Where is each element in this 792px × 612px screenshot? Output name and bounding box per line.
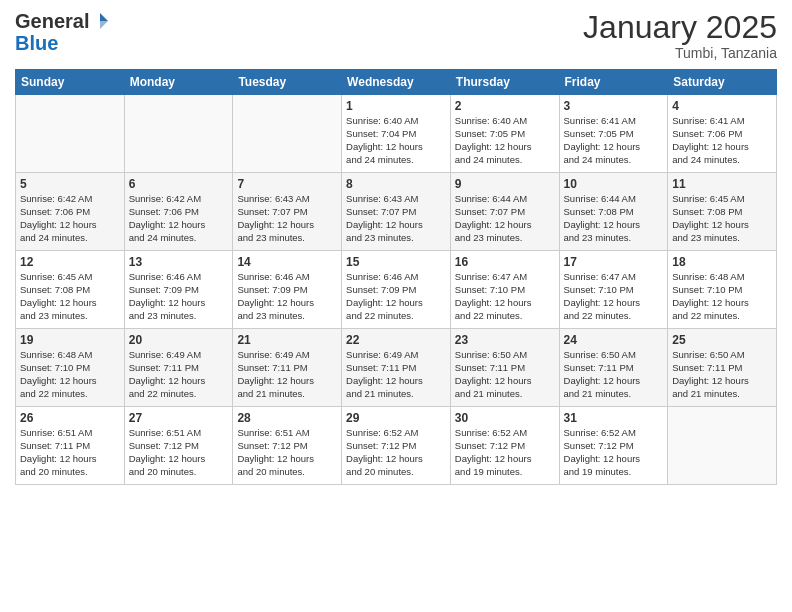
day-number: 7 <box>237 177 337 191</box>
svg-marker-0 <box>100 13 108 21</box>
day-number: 29 <box>346 411 446 425</box>
table-row: 30Sunrise: 6:52 AMSunset: 7:12 PMDayligh… <box>450 407 559 485</box>
day-number: 4 <box>672 99 772 113</box>
day-number: 22 <box>346 333 446 347</box>
table-row: 31Sunrise: 6:52 AMSunset: 7:12 PMDayligh… <box>559 407 668 485</box>
logo-blue-text: Blue <box>15 32 111 54</box>
logo-flag-icon <box>90 11 110 31</box>
day-number: 17 <box>564 255 664 269</box>
logo-general-text: General <box>15 10 89 32</box>
calendar-week-row: 5Sunrise: 6:42 AMSunset: 7:06 PMDaylight… <box>16 173 777 251</box>
day-info: Sunrise: 6:44 AMSunset: 7:08 PMDaylight:… <box>564 193 664 244</box>
table-row: 15Sunrise: 6:46 AMSunset: 7:09 PMDayligh… <box>342 251 451 329</box>
day-number: 15 <box>346 255 446 269</box>
day-info: Sunrise: 6:48 AMSunset: 7:10 PMDaylight:… <box>672 271 772 322</box>
col-saturday: Saturday <box>668 70 777 95</box>
table-row <box>233 95 342 173</box>
table-row: 25Sunrise: 6:50 AMSunset: 7:11 PMDayligh… <box>668 329 777 407</box>
calendar-week-row: 26Sunrise: 6:51 AMSunset: 7:11 PMDayligh… <box>16 407 777 485</box>
day-info: Sunrise: 6:51 AMSunset: 7:12 PMDaylight:… <box>237 427 337 478</box>
calendar-header-row: Sunday Monday Tuesday Wednesday Thursday… <box>16 70 777 95</box>
table-row: 28Sunrise: 6:51 AMSunset: 7:12 PMDayligh… <box>233 407 342 485</box>
table-row: 26Sunrise: 6:51 AMSunset: 7:11 PMDayligh… <box>16 407 125 485</box>
day-info: Sunrise: 6:49 AMSunset: 7:11 PMDaylight:… <box>237 349 337 400</box>
day-number: 23 <box>455 333 555 347</box>
table-row: 18Sunrise: 6:48 AMSunset: 7:10 PMDayligh… <box>668 251 777 329</box>
day-number: 12 <box>20 255 120 269</box>
day-info: Sunrise: 6:50 AMSunset: 7:11 PMDaylight:… <box>672 349 772 400</box>
title-block: January 2025 Tumbi, Tanzania <box>583 10 777 61</box>
day-info: Sunrise: 6:44 AMSunset: 7:07 PMDaylight:… <box>455 193 555 244</box>
day-number: 5 <box>20 177 120 191</box>
day-info: Sunrise: 6:46 AMSunset: 7:09 PMDaylight:… <box>129 271 229 322</box>
table-row: 14Sunrise: 6:46 AMSunset: 7:09 PMDayligh… <box>233 251 342 329</box>
table-row: 22Sunrise: 6:49 AMSunset: 7:11 PMDayligh… <box>342 329 451 407</box>
col-thursday: Thursday <box>450 70 559 95</box>
day-number: 10 <box>564 177 664 191</box>
day-info: Sunrise: 6:42 AMSunset: 7:06 PMDaylight:… <box>129 193 229 244</box>
table-row: 11Sunrise: 6:45 AMSunset: 7:08 PMDayligh… <box>668 173 777 251</box>
day-number: 3 <box>564 99 664 113</box>
calendar-week-row: 12Sunrise: 6:45 AMSunset: 7:08 PMDayligh… <box>16 251 777 329</box>
day-number: 28 <box>237 411 337 425</box>
day-number: 16 <box>455 255 555 269</box>
header: General Blue January 2025 Tumbi, Tanzani… <box>15 10 777 61</box>
page: General Blue January 2025 Tumbi, Tanzani… <box>0 0 792 612</box>
day-number: 8 <box>346 177 446 191</box>
col-wednesday: Wednesday <box>342 70 451 95</box>
table-row: 4Sunrise: 6:41 AMSunset: 7:06 PMDaylight… <box>668 95 777 173</box>
day-info: Sunrise: 6:46 AMSunset: 7:09 PMDaylight:… <box>237 271 337 322</box>
table-row: 19Sunrise: 6:48 AMSunset: 7:10 PMDayligh… <box>16 329 125 407</box>
table-row <box>124 95 233 173</box>
day-number: 2 <box>455 99 555 113</box>
logo: General Blue <box>15 10 111 54</box>
day-info: Sunrise: 6:47 AMSunset: 7:10 PMDaylight:… <box>564 271 664 322</box>
table-row: 5Sunrise: 6:42 AMSunset: 7:06 PMDaylight… <box>16 173 125 251</box>
table-row: 10Sunrise: 6:44 AMSunset: 7:08 PMDayligh… <box>559 173 668 251</box>
table-row: 21Sunrise: 6:49 AMSunset: 7:11 PMDayligh… <box>233 329 342 407</box>
table-row <box>668 407 777 485</box>
day-info: Sunrise: 6:43 AMSunset: 7:07 PMDaylight:… <box>346 193 446 244</box>
calendar-week-row: 19Sunrise: 6:48 AMSunset: 7:10 PMDayligh… <box>16 329 777 407</box>
day-info: Sunrise: 6:51 AMSunset: 7:12 PMDaylight:… <box>129 427 229 478</box>
location: Tumbi, Tanzania <box>583 45 777 61</box>
table-row: 13Sunrise: 6:46 AMSunset: 7:09 PMDayligh… <box>124 251 233 329</box>
day-info: Sunrise: 6:41 AMSunset: 7:05 PMDaylight:… <box>564 115 664 166</box>
table-row: 6Sunrise: 6:42 AMSunset: 7:06 PMDaylight… <box>124 173 233 251</box>
table-row: 1Sunrise: 6:40 AMSunset: 7:04 PMDaylight… <box>342 95 451 173</box>
table-row: 7Sunrise: 6:43 AMSunset: 7:07 PMDaylight… <box>233 173 342 251</box>
calendar-week-row: 1Sunrise: 6:40 AMSunset: 7:04 PMDaylight… <box>16 95 777 173</box>
table-row: 9Sunrise: 6:44 AMSunset: 7:07 PMDaylight… <box>450 173 559 251</box>
month-title: January 2025 <box>583 10 777 45</box>
table-row: 17Sunrise: 6:47 AMSunset: 7:10 PMDayligh… <box>559 251 668 329</box>
day-info: Sunrise: 6:40 AMSunset: 7:05 PMDaylight:… <box>455 115 555 166</box>
table-row: 8Sunrise: 6:43 AMSunset: 7:07 PMDaylight… <box>342 173 451 251</box>
day-info: Sunrise: 6:46 AMSunset: 7:09 PMDaylight:… <box>346 271 446 322</box>
day-number: 30 <box>455 411 555 425</box>
table-row: 2Sunrise: 6:40 AMSunset: 7:05 PMDaylight… <box>450 95 559 173</box>
day-info: Sunrise: 6:50 AMSunset: 7:11 PMDaylight:… <box>455 349 555 400</box>
day-number: 26 <box>20 411 120 425</box>
day-number: 31 <box>564 411 664 425</box>
day-number: 9 <box>455 177 555 191</box>
day-info: Sunrise: 6:40 AMSunset: 7:04 PMDaylight:… <box>346 115 446 166</box>
table-row: 23Sunrise: 6:50 AMSunset: 7:11 PMDayligh… <box>450 329 559 407</box>
day-info: Sunrise: 6:47 AMSunset: 7:10 PMDaylight:… <box>455 271 555 322</box>
table-row: 29Sunrise: 6:52 AMSunset: 7:12 PMDayligh… <box>342 407 451 485</box>
table-row <box>16 95 125 173</box>
day-info: Sunrise: 6:45 AMSunset: 7:08 PMDaylight:… <box>20 271 120 322</box>
day-number: 1 <box>346 99 446 113</box>
day-info: Sunrise: 6:52 AMSunset: 7:12 PMDaylight:… <box>564 427 664 478</box>
col-friday: Friday <box>559 70 668 95</box>
table-row: 20Sunrise: 6:49 AMSunset: 7:11 PMDayligh… <box>124 329 233 407</box>
col-monday: Monday <box>124 70 233 95</box>
table-row: 3Sunrise: 6:41 AMSunset: 7:05 PMDaylight… <box>559 95 668 173</box>
day-info: Sunrise: 6:48 AMSunset: 7:10 PMDaylight:… <box>20 349 120 400</box>
day-info: Sunrise: 6:43 AMSunset: 7:07 PMDaylight:… <box>237 193 337 244</box>
day-number: 24 <box>564 333 664 347</box>
col-sunday: Sunday <box>16 70 125 95</box>
day-info: Sunrise: 6:49 AMSunset: 7:11 PMDaylight:… <box>346 349 446 400</box>
col-tuesday: Tuesday <box>233 70 342 95</box>
day-info: Sunrise: 6:42 AMSunset: 7:06 PMDaylight:… <box>20 193 120 244</box>
day-number: 11 <box>672 177 772 191</box>
